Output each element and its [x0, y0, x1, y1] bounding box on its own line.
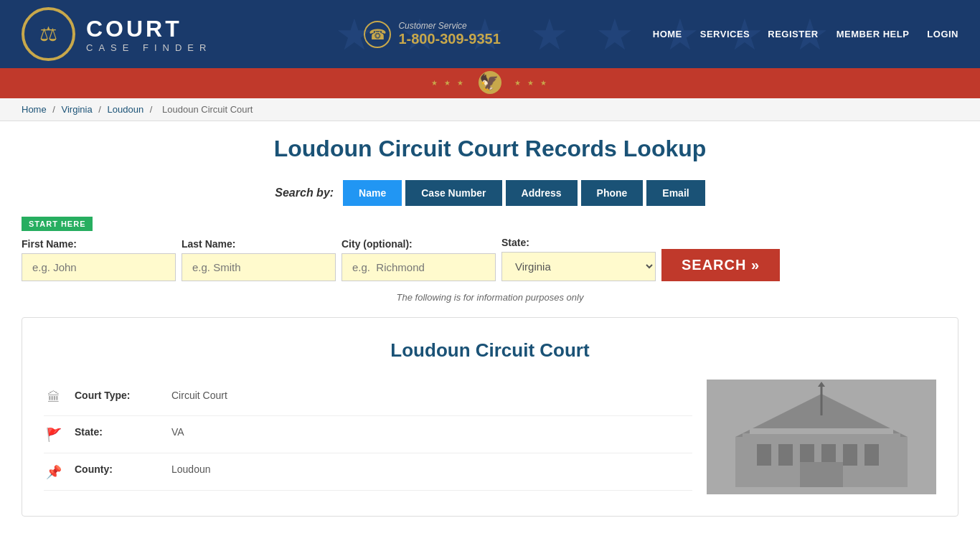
- site-header: ★ ★ ★ ★ ★ ★ ★ ★ ⚖ COURT CASE FINDER ☎ Cu…: [0, 0, 980, 68]
- nav-home[interactable]: HOME: [653, 29, 682, 39]
- state-label: State:: [501, 237, 656, 248]
- first-name-input[interactable]: [22, 253, 176, 281]
- site-name: COURT: [86, 15, 212, 42]
- search-by-label: Search by:: [275, 187, 334, 199]
- county-icon: 📌: [44, 464, 64, 480]
- county-value: Loudoun: [171, 463, 211, 475]
- cs-text: Customer Service 1-800-309-9351: [398, 21, 500, 47]
- breadcrumb: Home / Virginia / Loudoun / Loudoun Circ…: [0, 98, 980, 121]
- logo-symbol: ⚖: [39, 22, 57, 46]
- site-tagline: CASE FINDER: [86, 42, 212, 54]
- main-content: Loudoun Circuit Court Records Lookup Sea…: [0, 121, 980, 538]
- court-detail-state: 🚩 State: VA: [44, 416, 692, 453]
- cs-phone: 1-800-309-9351: [398, 31, 500, 47]
- nav-register[interactable]: REGISTER: [768, 29, 818, 39]
- page-title: Loudoun Circuit Court Records Lookup: [22, 136, 958, 162]
- cs-label: Customer Service: [398, 21, 500, 31]
- state-select[interactable]: Virginia: [501, 252, 656, 281]
- state-icon: 🚩: [44, 427, 64, 443]
- court-info-layout: 🏛 Court Type: Circuit Court 🚩 State: VA …: [44, 380, 936, 494]
- last-name-label: Last Name:: [182, 238, 336, 250]
- breadcrumb-sep-1: /: [52, 104, 57, 115]
- breadcrumb-sep-3: /: [150, 104, 155, 115]
- search-by-row: Search by: Name Case Number Address Phon…: [22, 180, 958, 206]
- logo-area: ⚖ COURT CASE FINDER: [22, 7, 212, 61]
- tab-name[interactable]: Name: [343, 180, 402, 206]
- svg-rect-3: [757, 444, 771, 466]
- city-label: City (optional):: [341, 238, 496, 250]
- tab-address[interactable]: Address: [506, 180, 578, 206]
- state-group: State: Virginia: [501, 237, 656, 281]
- court-detail-type: 🏛 Court Type: Circuit Court: [44, 380, 692, 416]
- court-card-title: Loudoun Circuit Court: [44, 339, 936, 362]
- first-name-label: First Name:: [22, 238, 176, 250]
- logo-badge: ⚖: [22, 7, 75, 61]
- eagle-icon: 🦅: [479, 71, 501, 94]
- breadcrumb-current: Loudoun Circuit Court: [162, 104, 253, 115]
- nav-services[interactable]: SERVICES: [700, 29, 750, 39]
- court-type-value: Circuit Court: [171, 390, 227, 401]
- breadcrumb-virginia[interactable]: Virginia: [62, 104, 93, 115]
- phone-icon: ☎: [364, 21, 391, 48]
- start-here-badge: START HERE: [22, 217, 93, 231]
- customer-service: ☎ Customer Service 1-800-309-9351: [364, 21, 500, 48]
- info-notice: The following is for information purpose…: [22, 292, 958, 303]
- court-details: 🏛 Court Type: Circuit Court 🚩 State: VA …: [44, 380, 692, 494]
- state-detail-label: State:: [75, 426, 161, 438]
- nav-member-help[interactable]: MEMBER HELP: [837, 29, 910, 39]
- court-type-icon: 🏛: [44, 390, 64, 405]
- svg-rect-11: [750, 428, 893, 434]
- form-area: START HERE First Name: Last Name: City (…: [22, 217, 958, 281]
- svg-rect-4: [778, 444, 793, 466]
- city-group: City (optional):: [341, 238, 496, 281]
- first-name-group: First Name:: [22, 238, 176, 281]
- search-container: Search by: Name Case Number Address Phon…: [22, 180, 958, 303]
- tab-email[interactable]: Email: [646, 180, 705, 206]
- search-form: First Name: Last Name: City (optional): …: [22, 237, 958, 281]
- county-label: County:: [75, 463, 161, 475]
- court-card: Loudoun Circuit Court 🏛 Court Type: Circ…: [22, 317, 958, 517]
- tab-phone[interactable]: Phone: [581, 180, 644, 206]
- last-name-input[interactable]: [182, 253, 336, 281]
- state-detail-value: VA: [171, 426, 184, 438]
- breadcrumb-home[interactable]: Home: [22, 104, 47, 115]
- search-button[interactable]: SEARCH »: [661, 249, 780, 281]
- breadcrumb-loudoun[interactable]: Loudoun: [108, 104, 144, 115]
- main-nav: HOME SERVICES REGISTER MEMBER HELP LOGIN: [653, 29, 958, 39]
- svg-rect-8: [864, 444, 879, 466]
- logo-text: COURT CASE FINDER: [86, 15, 212, 54]
- tab-case-number[interactable]: Case Number: [405, 180, 501, 206]
- last-name-group: Last Name:: [182, 238, 336, 281]
- breadcrumb-sep-2: /: [98, 104, 103, 115]
- nav-login[interactable]: LOGIN: [927, 29, 958, 39]
- svg-rect-7: [843, 444, 857, 466]
- ribbon-area: 🦅: [0, 68, 980, 98]
- city-input[interactable]: [341, 253, 496, 281]
- court-building-illustration: [707, 380, 936, 494]
- court-detail-county: 📌 County: Loudoun: [44, 453, 692, 491]
- svg-rect-9: [800, 462, 843, 487]
- court-type-label: Court Type:: [75, 390, 161, 401]
- court-image: [707, 380, 936, 494]
- svg-rect-10: [743, 433, 900, 439]
